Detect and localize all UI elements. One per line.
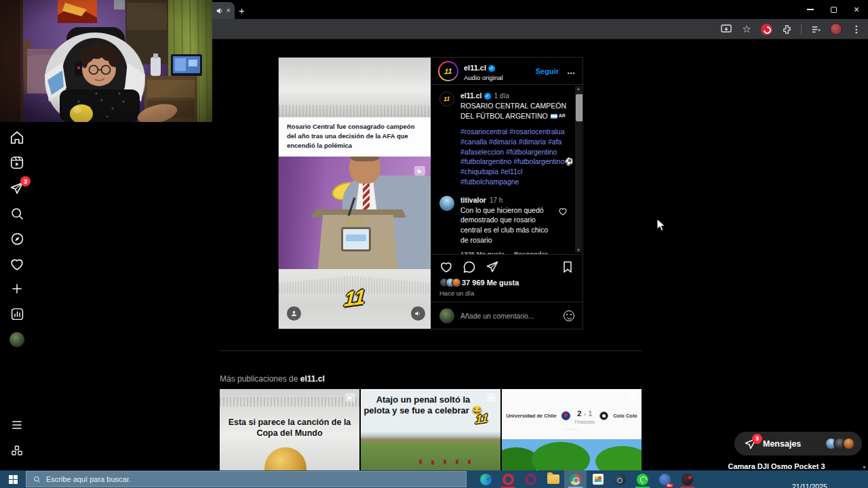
window-minimize-button[interactable] xyxy=(799,0,822,19)
share-icon[interactable] xyxy=(486,260,499,274)
scroll-up-icon[interactable]: ▲ xyxy=(575,87,582,91)
author-username[interactable]: el11.cl xyxy=(464,64,486,72)
window-restore-button[interactable] xyxy=(822,0,845,19)
taskbar-search-box[interactable] xyxy=(26,471,467,487)
taskbar-app-google[interactable] xyxy=(654,470,676,488)
home-team-name: Universidad de Chile xyxy=(506,413,556,419)
sidebar-item-insights[interactable] xyxy=(8,305,26,323)
install-app-icon[interactable] xyxy=(720,23,732,35)
windows-taskbar: ▵ ◻ ◦ xyxy=(0,470,868,488)
tab-close-icon[interactable]: × xyxy=(226,7,231,14)
comment-text: Con lo que hicieron quedó demostrado que… xyxy=(460,205,552,245)
like-count[interactable]: 37 969 Me gusta xyxy=(462,279,519,287)
sidebar-item-notifications[interactable] xyxy=(8,256,26,273)
file-explorer-icon xyxy=(547,474,559,484)
more-posts-username[interactable]: el11.cl xyxy=(300,374,325,384)
emoji-picker-icon[interactable] xyxy=(564,310,574,321)
new-tab-button[interactable]: + xyxy=(239,5,245,16)
sidebar-item-create[interactable] xyxy=(8,280,26,298)
search-icon xyxy=(10,207,24,221)
like-icon[interactable] xyxy=(439,260,453,274)
comment-reply-button[interactable]: Responder xyxy=(514,250,548,254)
el11-logo: 11 xyxy=(343,285,366,311)
follow-button[interactable]: Seguir xyxy=(536,67,559,75)
thumbnail-caption: Atajo un penal soltó la pelota y se fue … xyxy=(363,394,483,415)
restore-icon xyxy=(831,7,837,13)
tab-groups-icon[interactable] xyxy=(810,23,822,35)
cartoon-head xyxy=(349,157,380,184)
extensions-puzzle-icon[interactable] xyxy=(781,23,793,35)
window-close-button[interactable]: × xyxy=(845,0,868,19)
post-options-button[interactable]: … xyxy=(567,66,576,76)
save-icon[interactable] xyxy=(561,260,574,274)
commenter-avatar[interactable] xyxy=(439,196,454,211)
post-media[interactable]: Rosario Central fue consagrado campeón d… xyxy=(279,58,431,329)
page-scroll-down-icon[interactable]: ▼ xyxy=(862,465,867,470)
app-icon xyxy=(682,474,693,485)
caption-username[interactable]: el11.cl xyxy=(460,92,482,100)
related-post-thumbnail[interactable]: Universidad de Chile 2 - 1 Finalizado Co… xyxy=(502,389,642,470)
comment-input[interactable] xyxy=(460,312,557,320)
messages-badge: 3 xyxy=(20,176,31,186)
webcam-overlay: CROSSDVND xyxy=(0,0,212,122)
browser-menu-icon[interactable]: ⋮ xyxy=(850,23,863,35)
scroll-down-icon[interactable]: ▼ xyxy=(575,248,582,252)
taskbar-app-store[interactable] xyxy=(587,470,609,488)
caption-avatar[interactable]: 11 xyxy=(439,92,454,106)
taskbar-app-opera-gx[interactable] xyxy=(519,470,542,488)
comment-heart-icon[interactable] xyxy=(558,207,568,216)
tagged-people-button[interactable] xyxy=(287,306,301,321)
sidebar-item-meta-apps[interactable] xyxy=(8,442,26,460)
media-headline-band: Rosario Central fue consagrado campeón d… xyxy=(279,117,431,157)
messages-recent-avatars xyxy=(829,437,855,450)
commenter-username[interactable]: titivalor xyxy=(460,196,486,204)
sidebar-item-menu[interactable] xyxy=(8,416,26,434)
caption-hashtags[interactable]: #rosariocentral #rosariocentralua #canal… xyxy=(460,127,574,186)
bookmark-star-icon[interactable]: ☆ xyxy=(741,23,753,35)
scrollbar-thumb[interactable] xyxy=(576,94,583,121)
sidebar-item-home[interactable] xyxy=(8,129,26,146)
taskbar-app-steam[interactable] xyxy=(609,470,631,488)
whatsapp-icon xyxy=(637,474,648,485)
related-post-thumbnail[interactable]: Esta si parece la canción de la Copa del… xyxy=(220,389,359,470)
camera-source-label: Camara DJI Osmo Pocket 3 xyxy=(705,462,848,470)
reel-icon: ▶ xyxy=(345,393,355,402)
media-cartoon-scene: ★★★ ▶ xyxy=(279,157,431,269)
messages-pill-badge: 3 xyxy=(752,434,762,444)
sidebar-item-explore[interactable] xyxy=(8,230,26,247)
search-icon xyxy=(33,476,41,483)
browser-profile-avatar[interactable] xyxy=(830,23,842,35)
sidebar-item-messages[interactable]: 3 xyxy=(8,180,26,197)
reel-icon: ▶ xyxy=(486,393,496,402)
taskbar-app-whatsapp[interactable] xyxy=(631,470,654,488)
podium-stars: ★★★ xyxy=(340,218,374,224)
related-post-thumbnail[interactable]: Atajo un penal soltó la pelota y se fue … xyxy=(361,389,500,470)
mute-button[interactable] xyxy=(411,306,425,321)
section-divider xyxy=(220,350,642,351)
opera-icon xyxy=(502,474,514,485)
taskbar-app-file-explorer[interactable] xyxy=(542,470,564,488)
taskbar-app-edge[interactable] xyxy=(475,470,497,488)
comments-scrollbar[interactable]: ▲ ▼ xyxy=(575,86,582,253)
sidebar-item-profile[interactable] xyxy=(8,331,26,348)
taskbar-app-misc[interactable] xyxy=(676,470,698,488)
comments-scroll-area[interactable]: 11 el11.cl✓1 día ROSARIO CENTRAL CAMPEÓN… xyxy=(431,85,583,254)
messages-panel-pill[interactable]: 3 Mensajes xyxy=(734,432,862,455)
start-button[interactable] xyxy=(0,470,26,488)
taskbar-app-chrome[interactable] xyxy=(564,470,587,488)
audio-label[interactable]: Audio original xyxy=(464,74,503,81)
chrome-icon xyxy=(570,474,581,485)
author-avatar-ring[interactable]: 11 xyxy=(438,61,458,81)
post-detail-panel: 11 el11.cl✓ Audio original Seguir … 11 e… xyxy=(431,58,583,329)
streamer-camera-scene: CROSSDVND xyxy=(0,0,212,122)
sidebar-item-search[interactable] xyxy=(8,205,26,222)
sidebar-item-reels[interactable] xyxy=(8,154,26,171)
taskbar-app-opera[interactable] xyxy=(497,470,519,488)
taskbar-date[interactable]: 21/11/2025 xyxy=(792,483,827,488)
afa-shield xyxy=(341,227,371,251)
media-stadium-photo xyxy=(279,58,431,117)
comment-icon[interactable] xyxy=(462,260,476,274)
home-icon xyxy=(9,130,24,145)
extension-red-icon[interactable] xyxy=(761,24,772,35)
taskbar-search-input[interactable] xyxy=(46,475,459,483)
